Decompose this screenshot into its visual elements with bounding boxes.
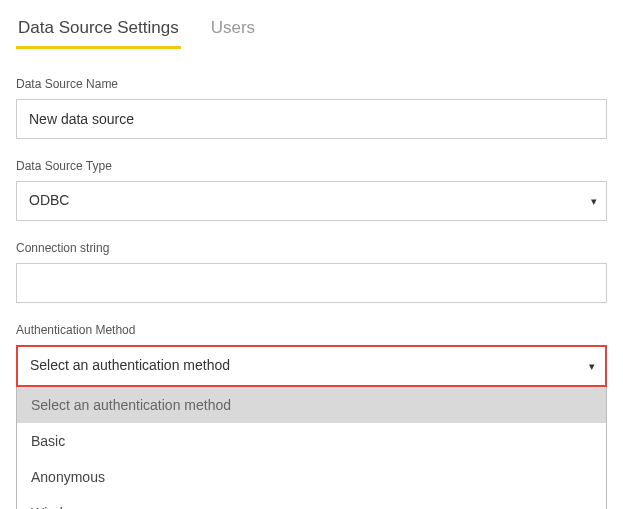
auth-option-windows[interactable]: Windows (17, 495, 606, 509)
tab-users[interactable]: Users (209, 12, 257, 48)
auth-option-placeholder[interactable]: Select an authentication method (17, 387, 606, 423)
select-authentication-method[interactable]: Select an authentication method (18, 347, 605, 385)
field-authentication-method: Authentication Method Select an authenti… (16, 323, 607, 509)
field-connection-string: Connection string (16, 241, 607, 303)
input-data-source-name[interactable] (16, 99, 607, 139)
tabs: Data Source Settings Users (16, 12, 607, 49)
dropdown-authentication-method: Select an authentication method Basic An… (16, 387, 607, 509)
field-data-source-type: Data Source Type ODBC ▾ (16, 159, 607, 221)
label-data-source-type: Data Source Type (16, 159, 607, 173)
field-data-source-name: Data Source Name (16, 77, 607, 139)
label-connection-string: Connection string (16, 241, 607, 255)
auth-option-anonymous[interactable]: Anonymous (17, 459, 606, 495)
label-data-source-name: Data Source Name (16, 77, 607, 91)
select-data-source-type[interactable]: ODBC (16, 181, 607, 221)
label-authentication-method: Authentication Method (16, 323, 607, 337)
tab-data-source-settings[interactable]: Data Source Settings (16, 12, 181, 48)
auth-option-basic[interactable]: Basic (17, 423, 606, 459)
input-connection-string[interactable] (16, 263, 607, 303)
